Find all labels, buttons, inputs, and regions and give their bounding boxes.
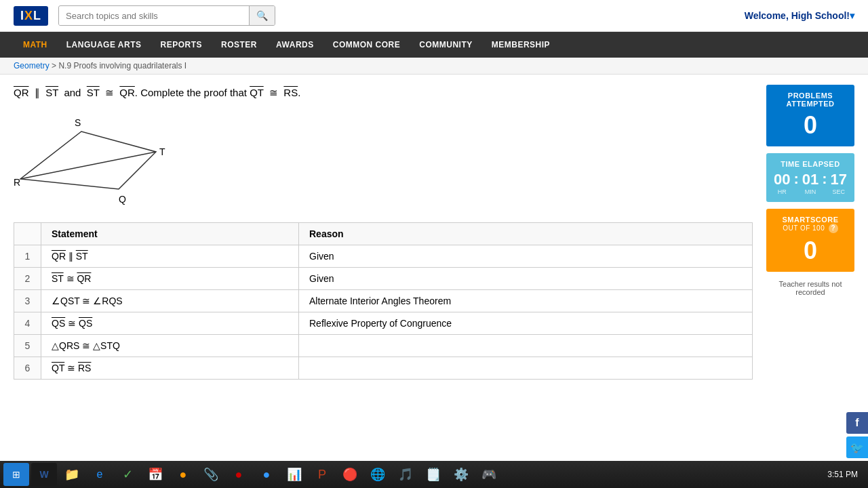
score-box: SmartScore out of 100 ? 0	[766, 209, 854, 272]
svg-line-5	[20, 152, 156, 179]
table-row: 4 QS ≅ QS Reflexive Property of Congruen…	[14, 312, 753, 335]
taskbar-game[interactable]: 🎮	[476, 463, 502, 486]
problems-label: Problems attempted	[772, 92, 849, 108]
taskbar-music[interactable]: 🎵	[393, 463, 418, 486]
nav-math[interactable]: MATH	[14, 32, 57, 58]
breadcrumb: Geometry > N.9 Proofs involving quadrila…	[0, 58, 868, 75]
taskbar-calendar[interactable]: 📅	[142, 463, 168, 486]
taskbar-red2[interactable]: 🔴	[337, 463, 363, 486]
table-row: 3 ∠QST ≅ ∠RQS Alternate Interior Angles …	[14, 290, 753, 312]
time-display: 00 HR : 01 MIN : 17 SEC	[772, 171, 849, 195]
svg-marker-0	[20, 131, 156, 189]
facebook-button[interactable]: f	[846, 412, 868, 434]
taskbar-checkmark[interactable]: ✓	[115, 463, 140, 486]
teacher-note: Teacher results not recorded	[766, 280, 854, 296]
reason-4: Reflexive Property of Congruence	[299, 312, 753, 335]
reason-1: Given	[299, 245, 753, 268]
row-num-6: 6	[14, 357, 41, 380]
time-hr: 00	[774, 171, 790, 188]
statement-5: △QRS ≅ △STQ	[41, 335, 299, 357]
problems-value: 0	[772, 110, 849, 140]
reason-3: Alternate Interior Angles Theorem	[299, 290, 753, 312]
breadcrumb-parent[interactable]: Geometry	[14, 61, 50, 70]
svg-text:T: T	[159, 146, 165, 157]
statement-1: QR ∥ ST	[41, 245, 299, 268]
row-num-5: 5	[14, 335, 41, 357]
time-box: Time elapsed 00 HR : 01 MIN : 17 SEC	[766, 153, 854, 202]
time-sep1: :	[793, 171, 798, 195]
taskbar-start[interactable]: ⊞	[3, 463, 29, 486]
breadcrumb-separator: >	[52, 61, 58, 70]
taskbar-red[interactable]: ●	[226, 463, 252, 486]
taskbar-orange[interactable]: ●	[170, 463, 196, 486]
given-qr: QR	[119, 87, 135, 98]
proof-table: Statement Reason 1 QR ∥ ST Given 2	[14, 222, 753, 380]
top-bar: IXL 🔍 Welcome, High School!▾	[0, 0, 868, 32]
time-sec: 17	[831, 171, 847, 188]
svg-text:Q: Q	[119, 194, 126, 205]
nav-community[interactable]: COMMUNITY	[410, 32, 482, 58]
nav-roster[interactable]: ROSTER	[212, 32, 267, 58]
table-row: 5 △QRS ≅ △STQ	[14, 335, 753, 357]
taskbar: ⊞ W 📁 e ✓ 📅 ● 📎 ● ● 📊 P 🔴 🌐 🎵 🗒️ ⚙️ 🎮 3:…	[0, 461, 868, 488]
problem-statement: QR ∥ ST and ST ≅ QR. Complete the proof …	[14, 85, 753, 101]
welcome-caret[interactable]: ▾	[850, 10, 854, 21]
search-wrapper: 🔍	[58, 5, 275, 26]
nav-membership[interactable]: MEMBERSHIP	[482, 32, 559, 58]
taskbar-chrome[interactable]: 🌐	[365, 463, 391, 486]
prove-qt: QT	[250, 87, 264, 98]
nav-reports[interactable]: REPORTS	[151, 32, 212, 58]
statement-4: QS ≅ QS	[41, 312, 299, 335]
table-header-statement: Statement	[41, 223, 299, 245]
welcome-message: Welcome, High School!▾	[745, 10, 854, 21]
prove-rs: RS	[283, 87, 298, 98]
search-input[interactable]	[59, 7, 249, 25]
score-value: 0	[772, 236, 849, 265]
table-row: 6 QT ≅ RS	[14, 357, 753, 380]
time-sec-unit: 17 SEC	[831, 171, 847, 195]
diagram: S T R Q	[14, 111, 753, 209]
twitter-button[interactable]: 🐦	[846, 436, 868, 458]
row-num-3: 3	[14, 290, 41, 312]
taskbar-ie[interactable]: e	[87, 463, 113, 486]
search-button[interactable]: 🔍	[249, 6, 275, 25]
taskbar-file[interactable]: 🗒️	[420, 463, 446, 486]
table-row: 2 ST ≅ QR Given	[14, 268, 753, 290]
time-label: Time elapsed	[772, 160, 849, 168]
time-hr-label: HR	[774, 188, 790, 195]
content-area: QR ∥ ST and ST ≅ QR. Complete the proof …	[14, 85, 753, 380]
svg-text:S: S	[75, 117, 81, 128]
taskbar-gear[interactable]: ⚙️	[448, 463, 474, 486]
table-header-num	[14, 223, 41, 245]
reason-input-6[interactable]	[299, 357, 753, 380]
row-num-1: 1	[14, 245, 41, 268]
reason-2: Given	[299, 268, 753, 290]
taskbar-clip[interactable]: 📎	[198, 463, 224, 486]
score-help-icon[interactable]: ?	[829, 224, 838, 233]
main-content: QR ∥ ST and ST ≅ QR. Complete the proof …	[0, 75, 868, 390]
score-label: SmartScore out of 100 ?	[772, 216, 849, 233]
time-min-label: MIN	[802, 188, 818, 195]
time-sec-label: SEC	[831, 188, 847, 195]
taskbar-word[interactable]: W	[31, 463, 57, 486]
given-st: ST	[45, 87, 58, 98]
taskbar-chart[interactable]: 📊	[281, 463, 307, 486]
statement-3: ∠QST ≅ ∠RQS	[41, 290, 299, 312]
row-num-2: 2	[14, 268, 41, 290]
breadcrumb-current: N.9 Proofs involving quadrilaterals I	[58, 61, 186, 70]
problems-box: Problems attempted 0	[766, 85, 854, 146]
taskbar-folder[interactable]: 📁	[59, 463, 85, 486]
time-min-unit: 01 MIN	[802, 171, 818, 195]
taskbar-pp[interactable]: P	[309, 463, 335, 486]
time-min: 01	[802, 171, 818, 188]
nav-awards[interactable]: AWARDS	[267, 32, 323, 58]
nav-language-arts[interactable]: LANGUAGE ARTS	[57, 32, 151, 58]
time-sep2: :	[822, 171, 827, 195]
nav-common-core[interactable]: COMMON CORE	[323, 32, 410, 58]
taskbar-time: 3:51 PM	[827, 470, 865, 479]
taskbar-blue[interactable]: ●	[254, 463, 279, 486]
ixl-logo: IXL	[14, 6, 48, 26]
navigation-bar: MATH LANGUAGE ARTS REPORTS ROSTER AWARDS…	[0, 32, 868, 58]
given-qr-st: QR	[14, 87, 29, 98]
reason-input-5[interactable]	[299, 335, 753, 357]
